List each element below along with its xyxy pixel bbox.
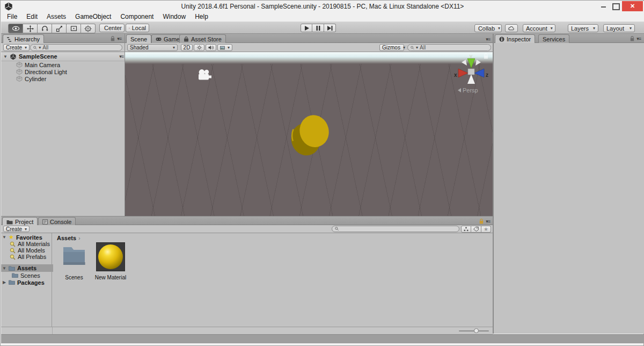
rotation-local-button[interactable]: Local [126,24,149,32]
search-by-type-button[interactable] [461,226,471,233]
inspector-icon [499,37,504,42]
menu-gameobject[interactable]: GameObject [74,12,112,21]
scene-panel-menu-icon[interactable]: ▾≡ [486,37,490,42]
effects-dropdown[interactable]: ▾ [217,44,232,51]
foldout-icon[interactable]: ▼ [3,54,8,59]
project-footer [1,327,493,334]
projection-toggle[interactable]: Persp [458,87,478,93]
tab-hierarchy[interactable]: Hierarchy [3,34,44,44]
hierarchy-create-dropdown[interactable]: Create▾ [3,44,30,51]
project-create-dropdown[interactable]: Create▾ [3,226,30,232]
step-button[interactable] [324,24,336,32]
speaker-icon [208,45,214,50]
breadcrumb[interactable]: Assets › [57,234,80,242]
asset-label[interactable]: New Material [91,275,130,280]
maximize-button[interactable] [611,3,620,10]
collab-dropdown[interactable]: Collab▾ [474,24,502,32]
hand-tool-button[interactable] [8,24,23,33]
minimize-button[interactable] [598,3,609,10]
favorites-filter-button[interactable]: ★ [481,226,491,233]
sun-icon [197,45,202,50]
menu-component[interactable]: Component [119,12,155,21]
search-filter-icon [10,248,16,254]
move-tool-button[interactable] [23,24,38,33]
tree-all-models[interactable]: All Models [10,247,45,254]
cylinder-object[interactable] [284,107,338,163]
tree-all-prefabs[interactable]: All Prefabs [10,254,46,260]
panel-menu-icon[interactable]: ▾≡ [486,219,490,224]
foldout-icon[interactable]: ▶ [2,280,6,285]
lighting-toggle[interactable] [194,44,204,51]
menu-file[interactable]: File [6,12,18,21]
label-tag-icon [473,227,479,232]
axis-cone-white [467,74,475,84]
hierarchy-scene-row[interactable]: ▼ SampleScene ▾≡ [1,52,127,61]
cloud-button[interactable] [505,24,518,32]
axis-cone-white [462,60,467,66]
scene-orientation-gizmo[interactable]: y x z [453,53,489,86]
menu-window[interactable]: Window [162,12,187,21]
move-icon [27,25,34,32]
hierarchy-item-directional-light[interactable]: Directional Light [16,68,67,75]
foldout-icon[interactable]: ▼ [2,266,6,271]
hierarchy-corner: ▾≡ [111,36,121,41]
hierarchy-search-input[interactable] [42,45,119,51]
game-icon [156,37,162,41]
rotate-tool-button[interactable] [38,24,52,33]
lock-icon [630,36,634,41]
title-bar: Unity 2018.4.6f1 Personal - SampleScene.… [1,1,644,12]
foldout-icon[interactable]: ▼ [2,235,6,240]
project-search-input[interactable] [341,226,456,232]
menu-help[interactable]: Help [194,12,209,21]
project-search-input-wrap [332,226,459,232]
scene-name: SampleScene [19,53,57,60]
audio-toggle[interactable] [206,44,216,51]
scene-search-input-wrap: ▾ [407,44,491,51]
tab-services[interactable]: Services [538,34,569,43]
scene-row-menu-icon[interactable]: ▾≡ [119,54,123,59]
asset-label[interactable]: Scenes [62,275,86,280]
shading-mode-dropdown[interactable]: Shaded▾ [127,44,178,51]
pivot-center-button[interactable]: Center [99,24,125,32]
hierarchy-item-cylinder[interactable]: Cylinder [16,75,46,82]
search-by-label-button[interactable] [471,226,481,233]
layers-dropdown[interactable]: Layers▾ [568,24,598,32]
menu-assets[interactable]: Assets [46,12,67,21]
material-sphere-preview [98,244,123,269]
camera-gizmo-icon[interactable] [196,68,213,82]
transform-tool-button[interactable] [81,24,96,33]
scale-icon [56,25,63,32]
tab-scene[interactable]: Scene [126,34,151,44]
asset-new-material[interactable] [96,242,125,271]
rect-tool-button[interactable] [67,24,81,33]
tree-all-materials[interactable]: All Materials [10,241,50,247]
menu-edit[interactable]: Edit [25,12,39,21]
scene-viewport[interactable]: y x z Persp [125,52,493,216]
zoom-slider-thumb[interactable] [474,328,479,333]
hierarchy-item-main-camera[interactable]: Main Camera [16,61,60,68]
tab-inspector[interactable]: Inspector [495,34,535,44]
eye-icon [12,25,20,32]
hierarchy-search-input-wrap: ▾ [30,44,122,51]
tree-scenes[interactable]: Scenes [12,272,40,279]
pause-button[interactable] [312,24,324,32]
scene-search-input[interactable] [420,45,488,51]
scale-tool-button[interactable] [52,24,67,33]
tab-console[interactable]: Console [38,217,76,226]
gizmos-dropdown[interactable]: Gizmos▾ [379,44,404,51]
account-dropdown[interactable]: Account▾ [523,24,555,32]
close-button[interactable]: ✕ [622,1,643,11]
tree-packages[interactable]: ▶ Packages [2,279,45,286]
project-toolbar: Create▾ ★ [1,225,493,233]
panel-menu-icon[interactable]: ▾≡ [117,36,121,41]
panel-menu-icon[interactable]: ▾≡ [636,36,641,41]
2d-toggle[interactable]: 2D [181,44,193,51]
play-button[interactable] [301,24,312,32]
asset-scenes-folder[interactable] [62,243,86,267]
layout-dropdown[interactable]: Layout▾ [603,24,635,32]
tree-favorites[interactable]: ▼ ★ Favorites [2,234,42,241]
tab-asset-store[interactable]: Asset Store [179,34,226,43]
project-tree: ▼ ★ Favorites All Materials All Models A… [1,233,52,327]
tree-assets[interactable]: ▼ Assets [1,264,53,272]
search-icon [411,46,414,50]
